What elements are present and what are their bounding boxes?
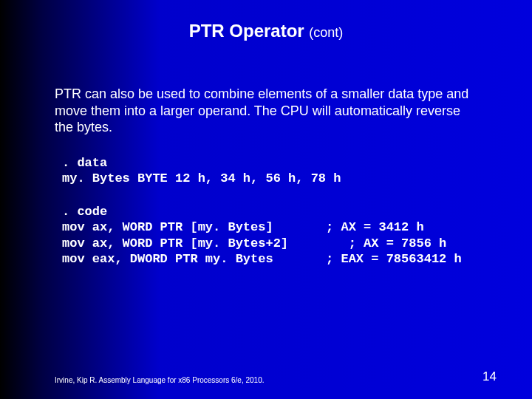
code-data-section: . data my. Bytes BYTE 12 h, 34 h, 56 h, … (0, 136, 532, 187)
code-code-section: . code mov ax, WORD PTR [my. Bytes] ; AX… (0, 186, 532, 267)
description-text: PTR can also be used to combine elements… (0, 41, 532, 136)
title-sub: (cont) (309, 25, 343, 40)
title-main: PTR Operator (189, 21, 304, 41)
slide-title: PTR Operator (cont) (0, 0, 532, 41)
footer-citation: Irvine, Kip R. Assembly Language for x86… (55, 376, 265, 384)
page-number: 14 (482, 369, 497, 384)
